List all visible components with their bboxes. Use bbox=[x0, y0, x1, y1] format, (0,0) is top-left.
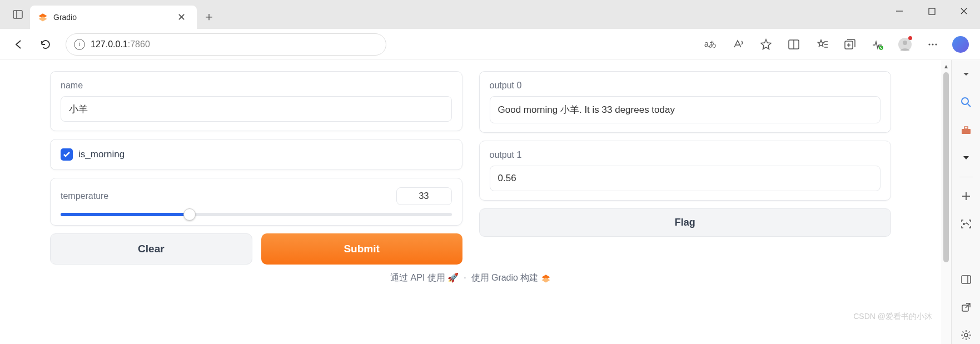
translate-icon[interactable]: aあ bbox=[699, 33, 722, 56]
edge-sidebar bbox=[951, 60, 980, 344]
output-column: output 0 Good morning 小羊. It is 33 degre… bbox=[479, 71, 892, 265]
footer: 通过 API 使用 🚀 · 使用 Gradio 构建 bbox=[50, 265, 891, 287]
browser-toolbar: i 127.0.0.1:7860 aあ bbox=[0, 29, 980, 60]
svg-line-25 bbox=[968, 104, 971, 107]
slider-fill bbox=[61, 213, 190, 216]
site-info-icon[interactable]: i bbox=[74, 39, 85, 50]
maximize-button[interactable] bbox=[916, 0, 948, 22]
split-screen-icon[interactable] bbox=[782, 33, 805, 56]
output1-value: 0.56 bbox=[490, 166, 881, 191]
temperature-slider[interactable] bbox=[61, 213, 452, 216]
api-link[interactable]: 通过 API 使用 bbox=[390, 273, 445, 282]
plus-icon[interactable] bbox=[957, 187, 975, 205]
new-tab-button[interactable]: ＋ bbox=[197, 4, 221, 29]
rocket-icon: 🚀 bbox=[447, 272, 459, 283]
address-bar[interactable]: i 127.0.0.1:7860 bbox=[66, 33, 386, 56]
svg-rect-5 bbox=[929, 8, 935, 14]
back-button[interactable] bbox=[8, 33, 30, 56]
close-tab-icon[interactable]: ✕ bbox=[174, 10, 189, 24]
refresh-button[interactable] bbox=[34, 33, 57, 56]
tab-actions-icon[interactable] bbox=[6, 0, 30, 29]
svg-marker-3 bbox=[39, 17, 47, 22]
submit-button[interactable]: Submit bbox=[261, 233, 462, 265]
is-morning-panel: is_morning bbox=[50, 139, 462, 170]
svg-point-18 bbox=[903, 41, 907, 45]
name-input[interactable] bbox=[61, 96, 452, 122]
is-morning-label: is_morning bbox=[78, 149, 125, 160]
svg-point-34 bbox=[964, 333, 968, 337]
panel-icon[interactable] bbox=[957, 271, 975, 288]
browser-titlebar: Gradio ✕ ＋ bbox=[0, 0, 980, 29]
output1-panel: output 1 0.56 bbox=[479, 141, 892, 201]
temperature-panel: temperature bbox=[50, 178, 462, 226]
temperature-label: temperature bbox=[61, 191, 108, 201]
temperature-value-input[interactable] bbox=[396, 187, 452, 205]
scroll-thumb[interactable] bbox=[943, 72, 949, 262]
favorite-icon[interactable] bbox=[754, 33, 778, 56]
svg-point-30 bbox=[963, 223, 964, 225]
name-label: name bbox=[61, 81, 452, 91]
flag-button[interactable]: Flag bbox=[479, 208, 892, 237]
read-aloud-icon[interactable] bbox=[727, 33, 750, 56]
gradio-link[interactable]: 使用 Gradio 构建 bbox=[471, 273, 539, 282]
screenshot-icon[interactable] bbox=[957, 215, 975, 233]
close-window-button[interactable] bbox=[948, 0, 980, 22]
performance-icon[interactable] bbox=[865, 33, 889, 56]
input-column: name is_morning temperature bbox=[50, 71, 462, 265]
gradio-logo-icon bbox=[541, 273, 551, 283]
scroll-up-icon[interactable]: ▴ bbox=[944, 62, 948, 70]
settings-icon[interactable] bbox=[957, 326, 975, 344]
output0-panel: output 0 Good morning 小羊. It is 33 degre… bbox=[479, 71, 892, 133]
collections-icon[interactable] bbox=[838, 33, 861, 56]
triangle-down-icon[interactable] bbox=[957, 149, 975, 167]
browser-tab[interactable]: Gradio ✕ bbox=[30, 6, 197, 29]
is-morning-checkbox[interactable] bbox=[61, 148, 73, 161]
chevron-down-icon[interactable] bbox=[957, 66, 975, 83]
svg-point-21 bbox=[935, 43, 937, 45]
svg-rect-27 bbox=[964, 127, 968, 129]
tab-title: Gradio bbox=[53, 13, 168, 22]
page-content: name is_morning temperature bbox=[0, 60, 941, 344]
profile-icon[interactable] bbox=[893, 33, 917, 56]
clear-button[interactable]: Clear bbox=[50, 233, 252, 265]
search-icon[interactable] bbox=[957, 93, 975, 111]
url-text: 127.0.0.1:7860 bbox=[91, 39, 150, 49]
gradio-favicon-icon bbox=[38, 12, 48, 22]
svg-point-20 bbox=[932, 43, 933, 45]
svg-point-24 bbox=[962, 98, 968, 104]
watermark: CSDN @爱看书的小沐 bbox=[853, 312, 932, 322]
more-icon[interactable] bbox=[921, 33, 944, 56]
scrollbar[interactable]: ▴ bbox=[941, 60, 951, 344]
toolbox-icon[interactable] bbox=[957, 121, 975, 139]
svg-rect-0 bbox=[13, 11, 22, 18]
external-link-icon[interactable] bbox=[957, 298, 975, 316]
output0-label: output 0 bbox=[490, 81, 881, 91]
output1-label: output 1 bbox=[490, 150, 881, 160]
favorites-list-icon[interactable] bbox=[810, 33, 833, 56]
svg-rect-31 bbox=[962, 276, 971, 283]
svg-marker-23 bbox=[541, 277, 550, 282]
minimize-button[interactable] bbox=[883, 0, 916, 22]
svg-rect-26 bbox=[962, 129, 971, 134]
name-panel: name bbox=[50, 71, 462, 131]
output0-value: Good morning 小羊. It is 33 degrees today bbox=[490, 96, 881, 123]
slider-thumb[interactable] bbox=[183, 208, 196, 221]
copilot-icon[interactable] bbox=[949, 33, 972, 56]
svg-point-19 bbox=[928, 43, 930, 45]
